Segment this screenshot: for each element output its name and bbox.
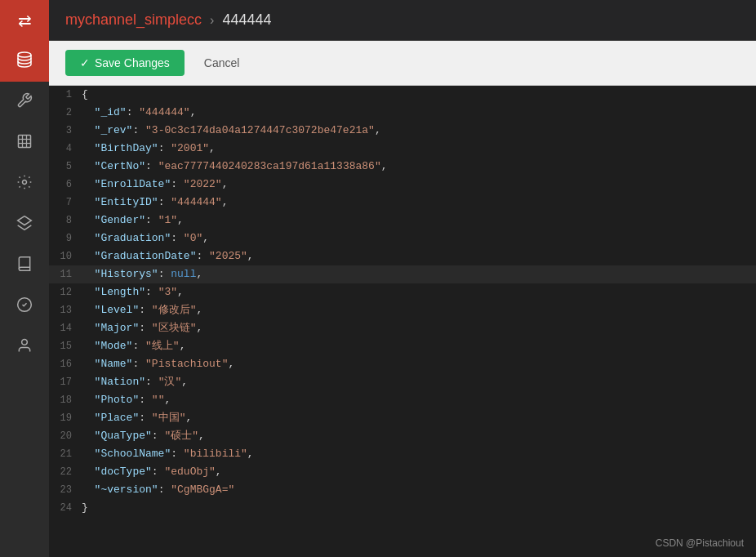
table-row: 21 "SchoolName": "bilibili",: [49, 445, 756, 463]
line-number: 8: [49, 212, 82, 229]
check-icon: [16, 296, 33, 317]
cancel-button[interactable]: Cancel: [194, 50, 250, 76]
main-content: mychannel_simplecc › 444444 ✓ Save Chang…: [49, 0, 756, 557]
code-editor[interactable]: 1{2 "_id": "444444",3 "_rev": "3-0c3c174…: [49, 86, 756, 557]
line-number: 20: [49, 427, 82, 445]
line-number: 12: [49, 283, 82, 301]
line-number: 16: [49, 355, 82, 373]
table-row: 17 "Nation": "汉",: [49, 373, 756, 391]
record-id: 444444: [222, 11, 271, 29]
line-content[interactable]: "Graduation": "0",: [82, 229, 756, 247]
svg-rect-1: [19, 135, 31, 147]
table-row: 15 "Mode": "线上",: [49, 337, 756, 355]
sidebar-item-gear[interactable]: [0, 163, 49, 204]
line-content[interactable]: "QuaType": "硕士",: [82, 427, 756, 445]
line-number: 1: [49, 86, 82, 104]
line-number: 23: [49, 481, 82, 499]
line-number: 7: [49, 194, 82, 212]
line-content[interactable]: "Historys": null,: [82, 265, 756, 283]
watermark: CSDN @Pistachiout: [656, 537, 744, 549]
table-row: 19 "Place": "中国",: [49, 409, 756, 427]
sidebar-item-layers[interactable]: [0, 204, 49, 245]
line-content[interactable]: "EntityID": "444444",: [82, 194, 756, 212]
table-row: 16 "Name": "Pistachiout",: [49, 355, 756, 373]
line-content[interactable]: }: [82, 499, 756, 517]
user-icon: [16, 337, 33, 358]
table-row: 12 "Length": "3",: [49, 283, 756, 301]
line-content[interactable]: "GraduationDate": "2025",: [82, 247, 756, 265]
table-row: 11 "Historys": null,: [49, 265, 756, 283]
line-content[interactable]: "Mode": "线上",: [82, 337, 756, 355]
sidebar: ⇄: [0, 0, 49, 557]
line-content[interactable]: "SchoolName": "bilibili",: [82, 445, 756, 463]
line-content[interactable]: "Place": "中国",: [82, 409, 756, 427]
table-row: 9 "Graduation": "0",: [49, 229, 756, 247]
line-number: 3: [49, 122, 82, 140]
svg-point-8: [22, 339, 28, 345]
table-row: 1{: [49, 86, 756, 104]
sidebar-item-book[interactable]: [0, 245, 49, 286]
save-button[interactable]: ✓ Save Changes: [65, 50, 185, 76]
line-content[interactable]: "_rev": "3-0c3c174da04a1274447c3072be47e…: [82, 122, 756, 140]
line-number: 4: [49, 140, 82, 158]
table-icon: [16, 133, 33, 154]
sidebar-logo[interactable]: ⇄: [0, 0, 49, 41]
sidebar-item-table[interactable]: [0, 123, 49, 163]
svg-point-6: [23, 180, 27, 184]
line-number: 15: [49, 337, 82, 355]
line-content[interactable]: "CertNo": "eac7777440240283ca197d61a1133…: [82, 158, 756, 176]
channel-name: mychannel_simplecc: [65, 11, 202, 29]
line-number: 10: [49, 247, 82, 265]
book-icon: [16, 256, 33, 276]
table-row: 7 "EntityID": "444444",: [49, 194, 756, 212]
line-content[interactable]: "~version": "CgMBGgA=": [82, 481, 756, 499]
line-number: 9: [49, 229, 82, 247]
line-content[interactable]: "EnrollDate": "2022",: [82, 176, 756, 194]
line-number: 5: [49, 158, 82, 176]
line-content[interactable]: "BirthDay": "2001",: [82, 140, 756, 158]
gear-icon: [16, 174, 33, 194]
line-content[interactable]: "Level": "修改后",: [82, 301, 756, 319]
table-row: 6 "EnrollDate": "2022",: [49, 176, 756, 194]
line-content[interactable]: "Name": "Pistachiout",: [82, 355, 756, 373]
breadcrumb-chevron: ›: [210, 13, 214, 28]
table-row: 22 "docType": "eduObj",: [49, 463, 756, 481]
save-label: Save Changes: [95, 56, 170, 69]
swap-icon: ⇄: [18, 11, 32, 30]
table-row: 5 "CertNo": "eac7777440240283ca197d61a11…: [49, 158, 756, 176]
line-number: 22: [49, 463, 82, 481]
breadcrumb-header: mychannel_simplecc › 444444: [49, 0, 756, 41]
layers-icon: [16, 215, 33, 235]
table-row: 24}: [49, 499, 756, 517]
table-row: 18 "Photo": "",: [49, 391, 756, 409]
line-content[interactable]: "_id": "444444",: [82, 104, 756, 122]
line-number: 2: [49, 104, 82, 122]
line-number: 18: [49, 391, 82, 409]
database-icon: [16, 51, 33, 73]
line-content[interactable]: "Major": "区块链",: [82, 319, 756, 337]
table-row: 23 "~version": "CgMBGgA=": [49, 481, 756, 499]
line-number: 11: [49, 265, 82, 283]
line-content[interactable]: "Photo": "",: [82, 391, 756, 409]
table-row: 8 "Gender": "1",: [49, 212, 756, 229]
sidebar-item-wrench[interactable]: [0, 82, 49, 123]
table-row: 4 "BirthDay": "2001",: [49, 140, 756, 158]
line-number: 17: [49, 373, 82, 391]
table-row: 13 "Level": "修改后",: [49, 301, 756, 319]
line-content[interactable]: "Length": "3",: [82, 283, 756, 301]
save-check-icon: ✓: [80, 56, 90, 69]
table-row: 14 "Major": "区块链",: [49, 319, 756, 337]
line-number: 21: [49, 445, 82, 463]
sidebar-item-database[interactable]: [0, 41, 49, 82]
line-number: 19: [49, 409, 82, 427]
line-content[interactable]: "Gender": "1",: [82, 212, 756, 229]
table-row: 2 "_id": "444444",: [49, 104, 756, 122]
line-number: 13: [49, 301, 82, 319]
line-content[interactable]: "Nation": "汉",: [82, 373, 756, 391]
line-content[interactable]: {: [82, 86, 756, 104]
sidebar-item-user[interactable]: [0, 327, 49, 368]
wrench-icon: [16, 92, 33, 113]
table-row: 3 "_rev": "3-0c3c174da04a1274447c3072be4…: [49, 122, 756, 140]
line-content[interactable]: "docType": "eduObj",: [82, 463, 756, 481]
sidebar-item-check[interactable]: [0, 286, 49, 327]
